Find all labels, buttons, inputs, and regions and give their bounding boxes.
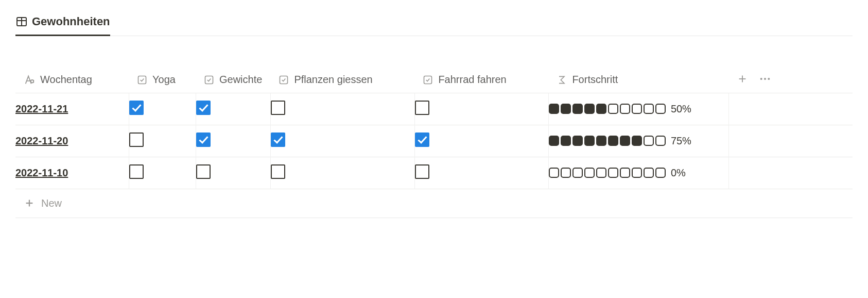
progress-square-filled (596, 104, 606, 114)
gewichte-checkbox[interactable] (196, 133, 211, 147)
progress-square-filled (620, 136, 630, 146)
fahrrad-checkbox[interactable] (415, 133, 429, 147)
column-header-yoga[interactable]: Yoga (129, 69, 196, 91)
gewichte-checkbox[interactable] (196, 101, 211, 115)
row-title[interactable]: 2022-11-21 (15, 103, 68, 114)
column-label: Pflanzen giessen (294, 74, 372, 86)
new-row-button[interactable]: New (15, 189, 853, 218)
column-header-fortschritt[interactable]: Fortschritt (548, 69, 728, 91)
tab-label: Gewohnheiten (32, 15, 110, 28)
fahrrad-checkbox[interactable] (415, 101, 429, 115)
svg-point-10 (764, 78, 766, 80)
progress-square-empty (644, 136, 654, 146)
progress-square-filled (608, 136, 618, 146)
column-header-fahrrad[interactable]: Fahrrad fahren (414, 69, 548, 91)
progress-bar (549, 168, 666, 178)
progress-square-empty (608, 168, 618, 178)
fahrrad-checkbox[interactable] (415, 164, 429, 179)
progress-square-filled (572, 104, 583, 114)
checkbox-icon (423, 75, 433, 85)
column-label: Gewichte (219, 74, 262, 86)
svg-rect-5 (280, 76, 288, 84)
progress-square-empty (549, 168, 559, 178)
yoga-checkbox[interactable] (129, 164, 144, 179)
tab-gewohnheiten[interactable]: Gewohnheiten (15, 11, 110, 36)
row-title[interactable]: 2022-11-20 (15, 135, 68, 146)
checkbox-icon (204, 75, 214, 85)
progress-square-empty (608, 104, 618, 114)
progress-square-filled (561, 136, 571, 146)
progress-cell: 50% (549, 103, 728, 115)
progress-square-filled (572, 136, 583, 146)
yoga-checkbox[interactable] (129, 133, 144, 147)
progress-cell: 0% (549, 167, 728, 179)
progress-square-filled (549, 136, 559, 146)
tabs: Gewohnheiten (15, 10, 853, 36)
progress-label: 75% (671, 135, 691, 147)
svg-point-9 (760, 78, 762, 80)
pflanzen-checkbox[interactable] (271, 101, 285, 115)
formula-icon (557, 75, 567, 85)
svg-rect-3 (138, 76, 146, 84)
progress-square-filled (632, 136, 642, 146)
progress-square-filled (549, 104, 559, 114)
more-options-button[interactable] (758, 73, 772, 86)
table-row: 2022-11-100% (15, 157, 853, 189)
checkbox-icon (137, 75, 147, 85)
svg-rect-4 (205, 76, 213, 84)
progress-square-empty (620, 168, 630, 178)
pflanzen-checkbox[interactable] (271, 164, 285, 179)
progress-bar (549, 136, 666, 146)
progress-label: 50% (671, 103, 691, 115)
svg-rect-6 (424, 76, 432, 84)
progress-square-empty (584, 168, 595, 178)
column-header-gewichte[interactable]: Gewichte (196, 69, 270, 91)
progress-square-empty (620, 104, 630, 114)
progress-square-filled (584, 104, 595, 114)
column-label: Fahrrad fahren (438, 74, 506, 86)
progress-square-empty (655, 168, 666, 178)
progress-cell: 75% (549, 135, 728, 147)
progress-square-filled (561, 104, 571, 114)
progress-square-empty (596, 168, 606, 178)
table-icon (15, 15, 28, 28)
title-icon (24, 74, 35, 86)
progress-square-empty (655, 136, 666, 146)
column-label: Fortschritt (572, 74, 618, 86)
plus-icon (24, 197, 35, 209)
progress-square-filled (596, 136, 606, 146)
progress-square-empty (644, 168, 654, 178)
progress-square-empty (655, 104, 666, 114)
new-row-label: New (41, 197, 62, 209)
habits-table: Wochentag Yoga (15, 67, 853, 218)
column-label: Wochentag (40, 74, 92, 86)
progress-square-empty (561, 168, 571, 178)
column-label: Yoga (152, 74, 176, 86)
svg-point-11 (768, 78, 770, 80)
progress-square-empty (632, 168, 642, 178)
table-row: 2022-11-2150% (15, 93, 853, 125)
progress-square-empty (644, 104, 654, 114)
column-header-wochentag[interactable]: Wochentag (15, 69, 129, 91)
column-header-pflanzen[interactable]: Pflanzen giessen (270, 69, 414, 91)
progress-square-filled (584, 136, 595, 146)
table-row: 2022-11-2075% (15, 125, 853, 157)
checkbox-icon (279, 75, 289, 85)
add-column-button[interactable] (737, 73, 748, 86)
table-header-row: Wochentag Yoga (15, 67, 853, 93)
progress-label: 0% (671, 167, 686, 179)
progress-square-empty (632, 104, 642, 114)
pflanzen-checkbox[interactable] (271, 133, 285, 147)
row-title[interactable]: 2022-11-10 (15, 167, 68, 178)
progress-square-empty (572, 168, 583, 178)
progress-bar (549, 104, 666, 114)
yoga-checkbox[interactable] (129, 101, 144, 115)
gewichte-checkbox[interactable] (196, 164, 211, 179)
